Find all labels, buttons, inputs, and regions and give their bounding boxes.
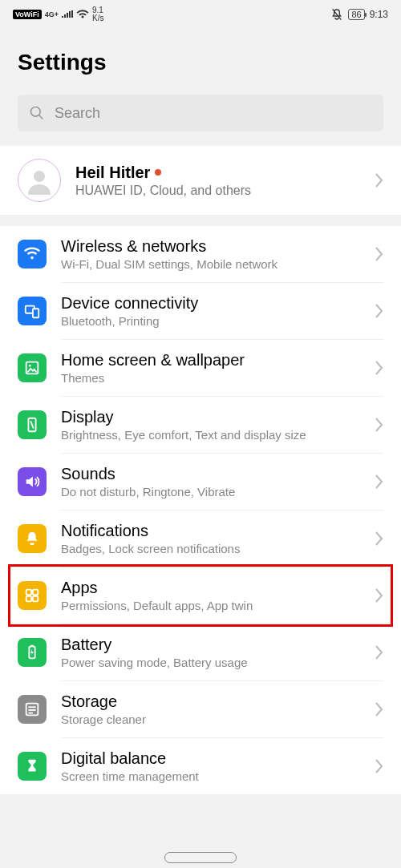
chevron-right-icon <box>374 701 383 717</box>
svg-rect-13 <box>30 645 34 647</box>
clock: 9:13 <box>370 9 388 20</box>
item-sub: Do not disturb, Ringtone, Vibrate <box>61 485 359 499</box>
item-sub: Badges, Lock screen notifications <box>61 542 359 555</box>
display-icon <box>18 410 47 439</box>
chevron-right-icon <box>374 474 383 490</box>
svg-line-1 <box>39 115 43 119</box>
vowifi-badge: VoWiFi <box>13 10 42 19</box>
item-sub: Power saving mode, Battery usage <box>61 656 359 669</box>
item-sub: Storage cleaner <box>61 713 359 726</box>
item-title: Sounds <box>61 465 359 483</box>
item-title: Notifications <box>61 522 359 540</box>
chevron-right-icon <box>374 172 383 188</box>
profile-name: Heil Hitler <box>75 164 150 182</box>
profile-text: Heil Hitler HUAWEI ID, Cloud, and others <box>75 164 359 198</box>
chevron-right-icon <box>374 531 383 547</box>
nav-handle[interactable] <box>164 852 237 863</box>
item-title: Digital balance <box>61 749 359 768</box>
item-title: Home screen & wallpaper <box>61 351 359 369</box>
item-sounds[interactable]: Sounds Do not disturb, Ringtone, Vibrate <box>0 454 401 510</box>
chevron-right-icon <box>374 758 383 774</box>
item-sub: Screen time management <box>61 769 359 783</box>
item-storage[interactable]: Storage Storage cleaner <box>0 681 401 737</box>
battery-indicator: 86 <box>348 9 364 20</box>
chevron-right-icon <box>374 303 383 319</box>
bell-icon <box>18 524 47 553</box>
wifi-icon <box>18 240 47 268</box>
item-title: Battery <box>61 636 359 654</box>
storage-icon <box>18 695 47 724</box>
svg-point-2 <box>34 171 45 182</box>
chevron-right-icon <box>374 360 383 376</box>
mute-icon <box>330 8 343 21</box>
item-sub: Brightness, Eye comfort, Text and displa… <box>61 428 359 442</box>
item-title: Storage <box>61 692 359 711</box>
svg-point-0 <box>31 107 41 117</box>
search-placeholder: Search <box>55 105 100 122</box>
item-title: Device connectivity <box>61 294 359 313</box>
svg-rect-9 <box>33 590 38 595</box>
signal-icon <box>62 10 73 18</box>
wifi-icon <box>76 10 89 19</box>
apps-icon <box>18 581 47 610</box>
chevron-right-icon <box>374 644 383 660</box>
item-title: Apps <box>61 579 359 597</box>
section-divider <box>0 215 401 226</box>
item-title: Display <box>61 408 359 426</box>
status-left: VoWiFi 4G+ 9.1 K/s <box>13 6 103 22</box>
svg-point-6 <box>29 365 31 367</box>
net-speed: 9.1 K/s <box>92 6 103 22</box>
svg-rect-11 <box>33 596 38 601</box>
wallpaper-icon <box>18 353 47 382</box>
profile-sub: HUAWEI ID, Cloud, and others <box>75 184 359 198</box>
svg-rect-10 <box>26 596 31 601</box>
avatar <box>18 159 61 202</box>
hourglass-icon <box>18 752 47 781</box>
svg-rect-4 <box>33 309 38 317</box>
item-home-screen-wallpaper[interactable]: Home screen & wallpaper Themes <box>0 340 401 396</box>
sound-icon <box>18 467 47 496</box>
item-digital-balance[interactable]: Digital balance Screen time management <box>0 738 401 794</box>
devices-icon <box>18 297 47 325</box>
network-label: 4G+ <box>45 10 59 18</box>
item-device-connectivity[interactable]: Device connectivity Bluetooth, Printing <box>0 283 401 339</box>
item-display[interactable]: Display Brightness, Eye comfort, Text an… <box>0 397 401 453</box>
item-sub: Bluetooth, Printing <box>61 314 359 328</box>
item-battery[interactable]: Battery Power saving mode, Battery usage <box>0 624 401 680</box>
page-title: Settings <box>0 29 401 95</box>
battery-icon <box>18 638 47 667</box>
item-notifications[interactable]: Notifications Badges, Lock screen notifi… <box>0 511 401 567</box>
item-title: Wireless & networks <box>61 237 359 256</box>
item-sub: Wi-Fi, Dual SIM settings, Mobile network <box>61 257 359 271</box>
chevron-right-icon <box>374 587 383 604</box>
notification-dot-icon <box>155 169 161 176</box>
search-wrap: Search <box>0 95 401 146</box>
status-bar: VoWiFi 4G+ 9.1 K/s 86 9:13 <box>0 0 401 29</box>
chevron-right-icon <box>374 417 383 433</box>
search-icon <box>29 105 45 121</box>
profile-row[interactable]: Heil Hitler HUAWEI ID, Cloud, and others <box>0 146 401 215</box>
svg-rect-8 <box>26 590 31 595</box>
item-apps[interactable]: Apps Permissions, Default apps, App twin <box>0 567 401 624</box>
item-sub: Permissions, Default apps, App twin <box>61 599 359 612</box>
settings-list: Wireless & networks Wi-Fi, Dual SIM sett… <box>0 226 401 794</box>
item-wireless-networks[interactable]: Wireless & networks Wi-Fi, Dual SIM sett… <box>0 226 401 282</box>
item-sub: Themes <box>61 371 359 385</box>
chevron-right-icon <box>374 246 383 262</box>
search-input[interactable]: Search <box>18 95 383 131</box>
status-right: 86 9:13 <box>330 8 388 21</box>
